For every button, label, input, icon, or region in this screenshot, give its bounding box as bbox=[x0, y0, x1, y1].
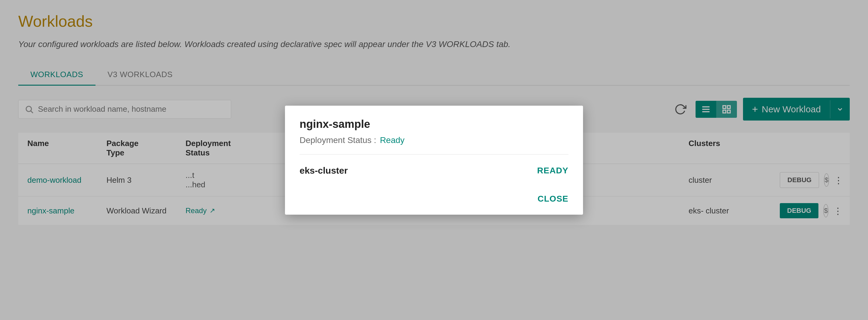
modal-status-row: Deployment Status : Ready bbox=[300, 135, 568, 145]
cluster-row: eks-cluster READY bbox=[300, 166, 568, 176]
cluster-status: READY bbox=[537, 166, 568, 176]
modal-body: eks-cluster READY bbox=[285, 154, 583, 187]
modal-overlay[interactable]: nginx-sample Deployment Status : Ready e… bbox=[0, 0, 868, 320]
modal-title: nginx-sample bbox=[300, 118, 568, 131]
deployment-status-modal: nginx-sample Deployment Status : Ready e… bbox=[285, 106, 583, 215]
cluster-name: eks-cluster bbox=[300, 166, 348, 176]
modal-status-label: Deployment Status : bbox=[300, 135, 376, 145]
modal-footer: CLOSE bbox=[285, 187, 583, 215]
close-button[interactable]: CLOSE bbox=[538, 194, 568, 204]
modal-status-value: Ready bbox=[380, 135, 404, 145]
modal-header: nginx-sample Deployment Status : Ready bbox=[285, 106, 583, 154]
